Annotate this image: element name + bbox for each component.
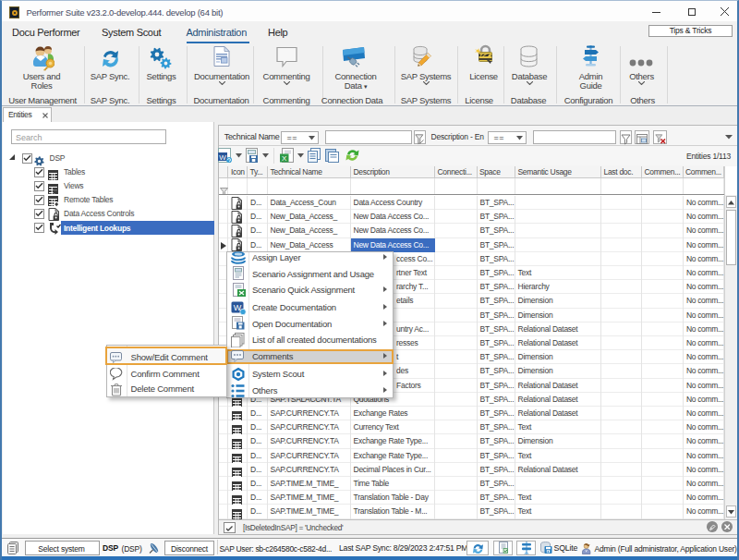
svg-text:X: X bbox=[282, 154, 287, 163]
svg-text:W: W bbox=[219, 153, 226, 162]
